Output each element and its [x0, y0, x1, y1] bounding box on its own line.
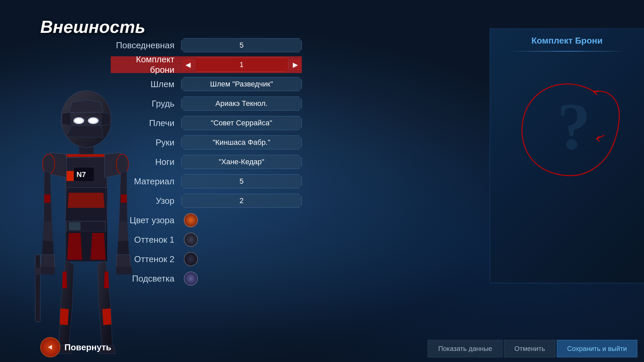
armor-set-next-btn[interactable]: ▶ — [290, 59, 301, 70]
material-value[interactable]: 5 — [181, 174, 302, 188]
back-label: Повернуть — [64, 342, 111, 353]
helmet-label: Шлем — [114, 79, 181, 89]
everyday-row: Повседневная 5 — [114, 37, 302, 54]
options-panel: Повседневная 5 Комплект брони ◀ 1 ▶ Шлем… — [114, 37, 302, 290]
armor-set-prev-btn[interactable]: ◀ — [182, 59, 193, 70]
svg-rect-9 — [35, 268, 41, 275]
arms-label: Руки — [114, 137, 181, 148]
tint1-row: Оттенок 1 — [114, 231, 302, 248]
svg-text:?: ? — [557, 89, 591, 163]
shoulders-row: Плечи "Совет Серрайса" — [114, 115, 302, 131]
panel-title: Комплект Брони — [531, 36, 602, 46]
svg-point-15 — [89, 118, 97, 123]
backlight-label: Подсветка — [114, 274, 181, 284]
svg-point-14 — [75, 118, 83, 123]
pattern-row: Узор 2 — [114, 192, 302, 209]
armor-set-value: 1 — [195, 58, 288, 72]
tint1-label: Оттенок 1 — [114, 235, 181, 245]
helmet-row: Шлем Шлем "Разведчик" — [114, 76, 302, 93]
legs-label: Ноги — [114, 157, 181, 167]
everyday-label: Повседневная — [114, 40, 181, 51]
annotation-svg: ? — [514, 72, 621, 179]
legs-value[interactable]: "Хане-Кедар" — [181, 155, 302, 169]
back-icon — [40, 337, 60, 357]
svg-rect-5 — [69, 222, 80, 230]
material-row: Материал 5 — [114, 173, 302, 190]
pattern-label: Узор — [114, 196, 181, 206]
back-button[interactable]: Повернуть — [40, 337, 111, 357]
chest-row: Грудь Ариакэ Текнол. — [114, 95, 302, 112]
cancel-button[interactable]: Отменить — [504, 340, 555, 357]
chest-value[interactable]: Ариакэ Текнол. — [181, 97, 302, 111]
svg-rect-8 — [35, 255, 40, 322]
armor-set-label: Комплект брони — [114, 54, 181, 75]
shoulders-value[interactable]: "Совет Серрайса" — [181, 116, 302, 130]
armor-set-row[interactable]: Комплект брони ◀ 1 ▶ — [111, 56, 302, 73]
svg-text:N7: N7 — [76, 170, 86, 179]
material-label: Материал — [114, 176, 181, 187]
pattern-value[interactable]: 2 — [181, 194, 302, 208]
show-data-button[interactable]: Показать данные — [428, 340, 502, 357]
chest-label: Грудь — [114, 99, 181, 109]
shoulders-label: Плечи — [114, 118, 181, 128]
tint2-row: Оттенок 2 — [114, 251, 302, 267]
save-exit-button[interactable]: Сохранить и выйти — [557, 340, 637, 357]
main-container: Внешность — [0, 0, 644, 362]
backlight-swatch[interactable] — [184, 272, 198, 286]
arms-value[interactable]: "Киншаса Фабр." — [181, 135, 302, 149]
tint2-swatch[interactable] — [184, 252, 198, 266]
pattern-color-label: Цвет узора — [114, 215, 181, 226]
everyday-value[interactable]: 5 — [181, 38, 302, 52]
question-mark-area: ? — [514, 72, 621, 179]
helmet-value[interactable]: Шлем "Разведчик" — [181, 77, 302, 91]
arms-row: Руки "Киншаса Фабр." — [114, 134, 302, 151]
right-panel: Комплект Брони ? — [490, 28, 644, 283]
svg-rect-1 — [65, 154, 107, 157]
backlight-row: Подсветка — [114, 270, 302, 287]
pattern-color-row: Цвет узора — [114, 212, 302, 229]
tint1-swatch[interactable] — [184, 233, 198, 247]
pattern-color-swatch[interactable] — [184, 213, 198, 227]
panel-divider — [505, 51, 629, 52]
legs-row: Ноги "Хане-Кедар" — [114, 154, 302, 170]
tint2-label: Оттенок 2 — [114, 254, 181, 264]
